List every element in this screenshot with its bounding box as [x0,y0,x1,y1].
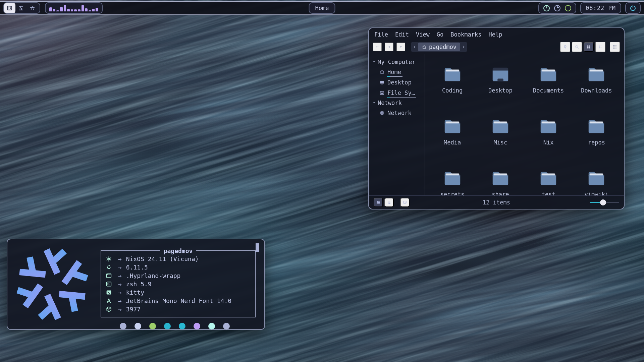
active-window-title[interactable]: Home [309,2,335,14]
toolbar-icon [586,44,591,50]
sidebar-item[interactable]: Desktop [372,77,425,87]
menu-item[interactable]: Go [437,31,443,38]
icon-view[interactable] [584,42,594,52]
folder-item[interactable]: repos [573,112,621,164]
fastfetch-row-value: NixOS 24.11 (Vicuna) [126,255,199,262]
fastfetch-row-value: JetBrains Mono Nerd Font 14.0 [126,297,231,304]
fastfetch-row-value: .Hyprland-wrapp [126,272,181,279]
back[interactable] [373,43,382,51]
sidebar-section-my-computer[interactable]: My Computer [372,57,425,67]
folder-item[interactable]: test [525,164,573,195]
toggle-side-pane-button[interactable] [400,198,410,207]
menu-item[interactable]: File [374,31,388,38]
sidebar-item[interactable]: Home [372,67,425,77]
folder-item[interactable]: Media [428,112,476,164]
nixos-logo [13,245,92,324]
view-buttons [560,42,620,52]
folder-item[interactable]: secrets [428,164,476,195]
tree-pane[interactable] [384,198,394,207]
up[interactable] [396,43,405,51]
menu-item[interactable]: Help [488,31,502,38]
fastfetch-row-icon [106,289,113,296]
sidebar-section-label: My Computer [378,59,416,65]
folder-item[interactable]: Misc [476,112,524,164]
palette-dot [223,323,230,329]
folder-item[interactable]: Desktop [476,60,524,112]
visualizer-bar [67,9,70,11]
system-gauges [538,2,576,14]
gauge-wedge [545,6,548,10]
fastfetch-row-icon [106,298,113,304]
fastfetch-title-row: pagedmov [101,247,256,254]
compact-view[interactable] [610,42,620,52]
sidebar-item-label: Network [387,110,412,116]
terminal-color-palette [120,323,256,329]
zoom-slider[interactable] [590,202,619,203]
folder-icon [442,64,463,85]
terminal-cursor [256,243,259,252]
visualizer-bar [78,9,80,11]
file-manager-body: My Computer Home Desktop File Sy… Networ… [369,54,624,195]
toolbar-icon [575,44,579,50]
sidebar-item-icon [379,110,385,116]
side-pane: My Computer Home Desktop File Sy… Networ… [369,54,425,195]
toolbar-icon [563,44,568,50]
folder-icon [490,64,511,85]
fastfetch-row-icon [106,306,113,313]
workspace-button[interactable] [15,2,27,14]
palette-dot [194,323,200,329]
breadcrumb-left-chevron-icon[interactable] [412,43,417,51]
top-bar-right: 08:22 PM [538,2,641,14]
menu-item[interactable]: View [416,31,430,38]
fastfetch-row-value: 6.11.5 [126,264,148,271]
sidebar-item-label: Desktop [387,79,412,86]
fastfetch-row: → .Hyprland-wrapp [106,272,255,280]
location-pin[interactable] [560,42,570,52]
sidebar-section-label: Network [378,100,402,106]
chevron-down-icon [372,101,376,105]
workspace-button[interactable] [3,2,15,14]
folder-item[interactable]: Documents [525,60,573,112]
fastfetch-row: → JetBrains Mono Nerd Font 14.0 [106,297,255,305]
sidebar-section-network[interactable]: Network [372,98,425,108]
folder-item[interactable]: Coding [428,60,476,112]
search[interactable] [572,42,582,52]
nav-arrow-icon [376,44,379,50]
chevron-down-icon [372,60,376,64]
workspace-button[interactable] [26,2,38,14]
zoom-slider-thumb[interactable] [600,199,606,205]
folder-pane[interactable] [374,198,383,207]
gauge-wedge [566,6,570,10]
workspace-glyph-icon [29,5,36,11]
menu-item[interactable]: Bookmarks [450,31,481,38]
folder-icon [490,168,511,189]
sidebar-item[interactable]: Network [372,108,425,118]
menu-item[interactable]: Edit [395,31,409,38]
folder-icon [538,168,559,189]
folder-item[interactable]: Nix [525,112,573,164]
fastfetch-row-icon [106,281,113,288]
fastfetch-row: → 3977 [106,305,255,313]
folder-name: Media [444,139,461,146]
breadcrumb-segment-home[interactable]: pagedmov [418,43,460,51]
fastfetch-row-value: kitty [126,289,144,296]
arrow-glyph: → [118,255,122,262]
folder-icon [586,64,607,85]
gauge-ring-2 [554,5,560,11]
folder-item[interactable]: Downloads [573,60,621,112]
sidebar-computer-items: Home Desktop File Sy… [372,67,425,98]
gauge-wedge [555,6,559,10]
power-button[interactable] [625,2,641,14]
folder-item[interactable]: vimwiki [573,164,621,195]
palette-dot [149,323,156,329]
arrow-glyph: → [118,289,122,296]
palette-dot [120,323,126,329]
forward[interactable] [385,43,393,51]
toolbar: pagedmov [369,40,624,54]
folder-item[interactable]: share [476,164,524,195]
folder-icon [442,116,463,137]
workspace-switcher [3,2,40,14]
breadcrumb-right-chevron-icon[interactable] [461,43,466,51]
list-view[interactable] [595,42,605,52]
sidebar-item[interactable]: File Sy… [372,87,425,98]
